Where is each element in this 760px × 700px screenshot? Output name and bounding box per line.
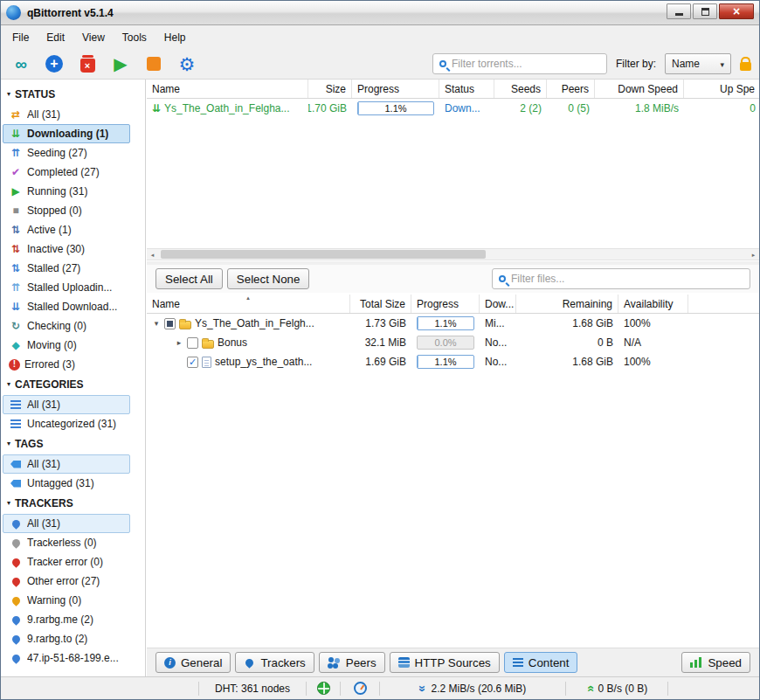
sidebar-item-status-running-31[interactable]: ▶Running (31) — [3, 182, 130, 201]
sidebar-item-categories-uncategorized-31[interactable]: Uncategorized (31) — [3, 414, 130, 433]
file-row[interactable]: ▸Bonus32.1 MiB0.0%No...0 BN/A — [147, 333, 759, 352]
collapse-expander-icon[interactable]: ▾ — [152, 319, 161, 328]
menu-item-file[interactable]: File — [3, 26, 38, 49]
scroll-right-arrow[interactable] — [748, 249, 759, 260]
files-column-name[interactable]: ▴Name — [147, 295, 350, 313]
tracker-icon — [9, 578, 23, 586]
sidebar-item-trackers-47-ip-51-68-199-e[interactable]: 47.ip-51-68-199.e... — [3, 648, 130, 668]
sidebar-item-status-errored-3[interactable]: !Errored (3) — [3, 355, 130, 374]
select-all-button[interactable]: Select All — [155, 268, 223, 289]
sidebar-item-status-active-1[interactable]: ⇅Active (1) — [3, 220, 130, 239]
file-row[interactable]: setup_ys_the_oath...1.69 GiB1.1%No...1.6… — [147, 352, 759, 371]
sidebar-item-status-completed-27[interactable]: ✔Completed (27) — [3, 163, 130, 182]
sidebar-section-status[interactable]: ▾STATUS — [1, 84, 132, 105]
sidebar-item-trackers-9-rarbg-to-2[interactable]: 9.rarbg.to (2) — [3, 629, 130, 648]
torrent-column-seeds[interactable]: Seeds — [494, 80, 547, 98]
tab-peers[interactable]: Peers — [319, 652, 385, 673]
torrent-column-peers[interactable]: Peers — [547, 80, 595, 98]
tab-speed[interactable]: Speed — [681, 652, 750, 673]
sidebar-section-tags[interactable]: ▾TAGS — [1, 433, 132, 454]
stop-button[interactable] — [142, 52, 166, 76]
torrent-hscrollbar[interactable] — [147, 248, 759, 260]
transfer-icon: ⇄ — [9, 109, 23, 120]
add-torrent-link-button[interactable]: ∞ — [9, 52, 33, 76]
sidebar-item-status-stalled-download[interactable]: ⇊Stalled Download... — [3, 297, 130, 316]
resume-button[interactable]: ▶ — [108, 52, 133, 76]
expand-expander-icon[interactable]: ▸ — [175, 338, 183, 347]
menu-item-edit[interactable]: Edit — [38, 26, 73, 49]
tab-http-sources[interactable]: HTTP Sources — [390, 652, 500, 673]
sidebar-item-status-moving-0[interactable]: ◆Moving (0) — [3, 336, 130, 355]
alt-speed-toggle[interactable] — [341, 677, 379, 699]
file-checkbox-partial[interactable] — [164, 318, 176, 329]
sidebar-item-status-seeding-27[interactable]: ⇈Seeding (27) — [3, 143, 130, 163]
file-name: Bonus — [218, 336, 247, 349]
hscrollbar-thumb[interactable] — [161, 250, 486, 259]
sidebar-item-status-inactive-30[interactable]: ⇅Inactive (30) — [3, 239, 130, 259]
torrent-column-progress[interactable]: Progress — [352, 80, 439, 98]
torrent-column-size[interactable]: Size — [308, 80, 352, 98]
download-speed-status[interactable]: 2.2 MiB/s (20.6 MiB) — [380, 677, 565, 699]
torrent-filter-input[interactable] — [452, 58, 600, 70]
sidebar-item-trackers-all-31[interactable]: All (31) — [3, 514, 130, 533]
sidebar-item-categories-all-31[interactable]: All (31) — [3, 395, 130, 414]
maximize-button[interactable] — [693, 3, 717, 19]
add-torrent-file-button[interactable]: + — [42, 52, 66, 76]
options-button[interactable]: ⚙ — [175, 52, 199, 76]
lock-icon[interactable] — [740, 62, 751, 71]
file-filter-input[interactable] — [511, 273, 743, 285]
minimize-button[interactable] — [667, 3, 691, 19]
scroll-left-arrow[interactable] — [147, 249, 158, 260]
files-column-availability[interactable]: Availability — [618, 295, 688, 313]
sidebar-item-status-stopped-0[interactable]: ■Stopped (0) — [3, 201, 130, 220]
minimize-icon — [675, 13, 683, 16]
sidebar-item-trackers-trackerless-0[interactable]: Trackerless (0) — [3, 533, 130, 552]
sidebar-item-trackers-other-error-27[interactable]: Other error (27) — [3, 572, 130, 591]
torrent-column-down-speed[interactable]: Down Speed — [595, 80, 684, 98]
sidebar-item-trackers-tracker-error-0[interactable]: Tracker error (0) — [3, 552, 130, 572]
tab-trackers[interactable]: Trackers — [235, 652, 314, 673]
sidebar-item-tags-all-31[interactable]: All (31) — [3, 454, 130, 474]
file-priority-cell: No... — [480, 356, 516, 368]
tab-content[interactable]: Content — [504, 652, 578, 673]
sidebar-section-categories[interactable]: ▾CATEGORIES — [1, 374, 132, 395]
sidebar-item-trackers-warning-0[interactable]: Warning (0) — [3, 591, 130, 610]
menu-item-view[interactable]: View — [73, 26, 114, 49]
menu-item-tools[interactable]: Tools — [114, 26, 155, 49]
sidebar-item-trackers-9-rarbg-me-2[interactable]: 9.rarbg.me (2) — [3, 610, 130, 629]
checking-icon: ↻ — [9, 321, 23, 331]
menu-item-help[interactable]: Help — [155, 26, 195, 49]
filter-by-dropdown[interactable]: Name — [665, 53, 731, 74]
sidebar-item-status-all-31[interactable]: ⇄All (31) — [3, 105, 130, 124]
sidebar-item-status-stalled-27[interactable]: ⇅Stalled (27) — [3, 259, 130, 278]
files-column-progress[interactable]: Progress — [411, 295, 480, 313]
select-none-button[interactable]: Select None — [227, 268, 310, 289]
play-icon: ▶ — [114, 55, 127, 73]
sidebar-item-status-checking-0[interactable]: ↻Checking (0) — [3, 316, 130, 336]
delete-torrent-button[interactable]: × — [75, 52, 100, 76]
tab-general[interactable]: General — [155, 652, 231, 673]
files-column-total-size[interactable]: Total Size — [350, 295, 411, 313]
torrent-name-cell: ⇊Ys_The_Oath_in_Felgha... — [147, 102, 308, 114]
torrent-column-status[interactable]: Status — [439, 80, 494, 98]
errored-icon: ! — [9, 359, 20, 371]
sidebar-item-status-downloading-1[interactable]: ⇊Downloading (1) — [3, 124, 130, 143]
upload-speed-status[interactable]: 0 B/s (0 B) — [566, 677, 667, 699]
file-checkbox-checked[interactable] — [187, 357, 198, 368]
section-expand-icon: ▾ — [7, 91, 10, 98]
torrent-column-name[interactable]: Name — [147, 80, 308, 98]
sidebar-item-label: 9.rarbg.me (2) — [27, 613, 93, 626]
connection-status[interactable] — [307, 677, 340, 699]
file-checkbox-unchecked[interactable] — [187, 337, 198, 349]
close-button[interactable] — [719, 3, 754, 19]
torrent-row[interactable]: ⇊Ys_The_Oath_in_Felgha...1.70 GiB1.1%Dow… — [147, 99, 759, 118]
sidebar-item-tags-untagged-31[interactable]: Untagged (31) — [3, 474, 130, 493]
sidebar-item-status-stalled-uploadin[interactable]: ⇈Stalled Uploadin... — [3, 278, 130, 297]
files-column-dow[interactable]: Dow... — [480, 295, 516, 313]
download-speed-label: 2.2 MiB/s (20.6 MiB) — [432, 683, 527, 695]
file-row[interactable]: ▾Ys_The_Oath_in_Felgh...1.73 GiB1.1%Mi..… — [147, 314, 759, 333]
sidebar-section-trackers[interactable]: ▾TRACKERS — [1, 493, 132, 514]
section-title: CATEGORIES — [15, 378, 83, 391]
torrent-column-up-spe[interactable]: Up Spe — [684, 80, 760, 98]
files-column-remaining[interactable]: Remaining — [516, 295, 618, 313]
